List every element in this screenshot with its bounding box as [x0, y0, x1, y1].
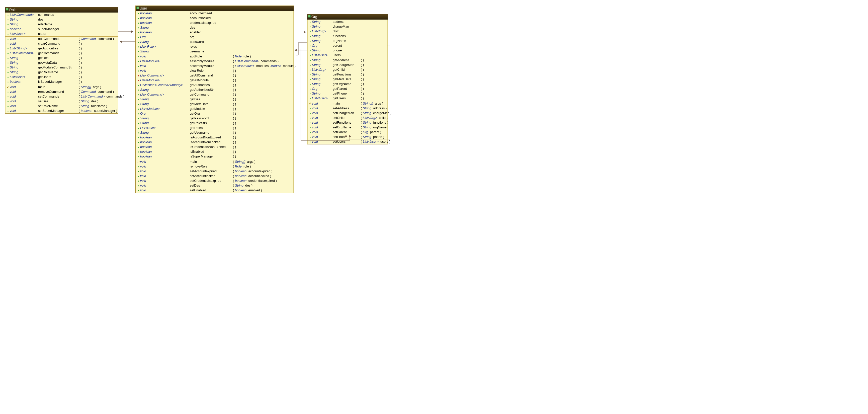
method-row[interactable]: ●voidsetCredentialsexpired( boolean cred… [136, 179, 293, 183]
class-box-role[interactable]: Role ●List<Command>commands●Stringdes●St… [5, 7, 118, 114]
field-row[interactable]: ●Stringdes [136, 25, 293, 30]
method-row[interactable]: ●voidremoveCommand( Command command ) [5, 90, 118, 94]
field-row[interactable]: ●Stringdes [5, 17, 118, 22]
method-row[interactable]: ●booleanisCredentialsNonExpired( ) [136, 145, 293, 149]
method-row[interactable]: ●svoidmain( String[] args ) [307, 101, 388, 106]
method-row[interactable]: ●booleanisAccountNonLocked( ) [136, 140, 293, 145]
field-row[interactable]: ●booleanaccountlocked [136, 16, 293, 21]
method-row[interactable]: ●voidsetAccountlocked( boolean accountlo… [136, 174, 293, 179]
class-box-user[interactable]: User ●booleanaccountexpired●booleanaccou… [135, 5, 294, 193]
method-row[interactable]: ●StringgetChargeMan( ) [307, 63, 388, 67]
field-row[interactable]: ●booleanaccountexpired [136, 11, 293, 16]
method-row[interactable]: ●voidsetChargeMan( String chargeMan ) [307, 111, 388, 116]
visibility-public-icon: ● [308, 39, 312, 43]
method-row[interactable]: ●StringgetMetaData( ) [307, 77, 388, 82]
method-row[interactable]: ●List<String>getAuthorities( ) [5, 46, 118, 51]
field-row[interactable]: ●booleanenabled [136, 30, 293, 35]
field-row[interactable]: ●List<Command>commands [5, 12, 118, 17]
method-row[interactable]: ●StringgetRoleStrs( ) [136, 121, 293, 126]
method-row[interactable]: ●voidsetCommands( List<Command> commands… [5, 94, 118, 99]
method-row[interactable]: ●List<User>getUsers( ) [307, 96, 388, 101]
field-row[interactable]: ●Orgorg [136, 35, 293, 40]
method-row[interactable]: ●List<Command>getCommand( ) [136, 92, 293, 97]
field-row[interactable]: ●Stringaddress [307, 20, 388, 24]
method-row[interactable]: ●StringgetPassword( ) [136, 116, 293, 121]
method-row[interactable]: ●StringgetModuleCommandStr( ) [5, 65, 118, 70]
method-row[interactable]: ●voidremoveRole( Role role ) [136, 164, 293, 169]
field-row[interactable]: ●StringorgName [307, 39, 388, 43]
method-row[interactable]: ●StringgetDes( ) [136, 97, 293, 102]
method-row[interactable]: ●StringgetOrgName( ) [307, 82, 388, 87]
field-row[interactable]: ●Orgparent [307, 43, 388, 48]
method-row[interactable]: ●StringgetMetaData( ) [136, 102, 293, 107]
method-row[interactable]: ●booleanisAccountNonExpired( ) [136, 135, 293, 140]
field-row[interactable]: ●Stringfunctions [307, 34, 388, 39]
method-row[interactable]: ●booleanisEnabled( ) [136, 149, 293, 154]
method-name: clearRole [190, 68, 233, 73]
method-row[interactable]: ●voidsetOrgName( String orgName ) [307, 125, 388, 130]
field-row[interactable]: ●List<User>users [307, 53, 388, 58]
method-name: getDes [38, 56, 79, 60]
method-row[interactable]: ●voidassemblyModule( List<Module> module… [136, 64, 293, 68]
method-row[interactable]: ●voidsetAccountexpired( boolean accounte… [136, 169, 293, 174]
field-row[interactable]: ●List<Org>child [307, 29, 388, 34]
field-row[interactable]: ●StringchargeMan [307, 24, 388, 29]
method-name: getRoles [190, 126, 233, 130]
method-row[interactable]: ●Collection<GrantedAuthority>getAuthorit… [136, 83, 293, 88]
method-row[interactable]: ●StringgetAuthoritiesStr( ) [136, 88, 293, 92]
method-row[interactable]: ●voidclearRole( ) [136, 68, 293, 73]
method-row[interactable]: ●voidclearCommand( ) [5, 41, 118, 46]
method-row[interactable]: ●voidsetOrg( Org org ) [136, 193, 293, 193]
field-row[interactable]: ●Stringpassword [136, 40, 293, 45]
visibility-public-icon: ● [308, 130, 312, 135]
field-row[interactable]: ●Stringusername [136, 49, 293, 54]
field-row[interactable]: ●StringroleName [5, 22, 118, 27]
method-args: ( ) [233, 107, 236, 111]
method-row[interactable]: ●OrggetOrg( ) [136, 111, 293, 116]
method-row[interactable]: ●List<Role>getRoles( ) [136, 126, 293, 130]
field-row[interactable]: ●booleansuperManager [5, 27, 118, 32]
method-row[interactable]: ●booleanisSuperManager( ) [5, 80, 118, 84]
method-name: setOrg [190, 193, 233, 193]
method-row[interactable]: ●StringgetFunctions( ) [307, 72, 388, 77]
method-row[interactable]: ●voidsetDes( String des ) [136, 183, 293, 188]
method-row[interactable]: ●voidsetFunctions( String functions ) [307, 120, 388, 125]
method-row[interactable]: ●voidsetSuperManager( boolean superManag… [5, 109, 118, 113]
field-row[interactable]: ●Stringphone [307, 48, 388, 53]
method-row[interactable]: ■List<Module>getAllModule( ) [136, 78, 293, 83]
field-row[interactable]: ●List<User>users [5, 32, 118, 36]
method-row[interactable]: ●voidsetUsers( List<User> users ) [307, 140, 388, 144]
method-row[interactable]: ●voidsetDes( String des ) [5, 99, 118, 104]
method-row[interactable]: ●StringgetUsername( ) [136, 130, 293, 135]
method-row[interactable]: ●voidaddRole( Role role ) [136, 54, 293, 59]
method-row[interactable]: ●voidsetEnabled( boolean enabled ) [136, 188, 293, 193]
method-row[interactable]: ●List<User>getUsers( ) [5, 75, 118, 80]
method-row[interactable]: ●List<Module>assemblyModule( List<Comman… [136, 59, 293, 64]
method-row[interactable]: ●voidsetPhone( String phone ) [307, 135, 388, 140]
method-row[interactable]: ●voidaddCommands( Command command ) [5, 37, 118, 41]
field-row[interactable]: ●List<Role>roles [136, 45, 293, 49]
method-row[interactable]: ●booleanisSuperManager( ) [136, 154, 293, 159]
method-row[interactable]: ●List<Command>getCommands( ) [5, 51, 118, 56]
field-row[interactable]: ●booleancredentialsexpired [136, 21, 293, 25]
assoc-user-org [293, 30, 308, 53]
method-row[interactable]: ■List<Command>getAllCommand( ) [136, 73, 293, 78]
method-row[interactable]: ●List<Org>getChild( ) [307, 67, 388, 72]
method-row[interactable]: ●StringgetRoleName( ) [5, 70, 118, 75]
method-row[interactable]: ●voidsetChild( List<Org> child ) [307, 116, 388, 120]
method-return-type: String [140, 116, 190, 120]
method-row[interactable]: ●StringgetMetaData( ) [5, 60, 118, 65]
method-row[interactable]: ●svoidmain( String[] args ) [136, 159, 293, 164]
method-row[interactable]: ●voidsetRoleName( String roleName ) [5, 104, 118, 109]
method-row[interactable]: ●voidsetParent( Org parent ) [307, 130, 388, 135]
method-row[interactable]: ●StringgetPhone( ) [307, 91, 388, 96]
class-box-org[interactable]: Org ●Stringaddress●StringchargeMan●List<… [307, 14, 388, 144]
method-row[interactable]: ●voidsetAddress( String address ) [307, 106, 388, 111]
method-row[interactable]: ●svoidmain( String[] args ) [5, 84, 118, 90]
method-args: ( ) [233, 130, 236, 135]
method-return-type: void [312, 101, 333, 106]
method-row[interactable]: ●StringgetDes( ) [5, 56, 118, 60]
method-row[interactable]: ●StringgetAddress( ) [307, 58, 388, 63]
method-row[interactable]: ●OrggetParent( ) [307, 87, 388, 91]
method-row[interactable]: ●List<Module>getModule( ) [136, 107, 293, 111]
